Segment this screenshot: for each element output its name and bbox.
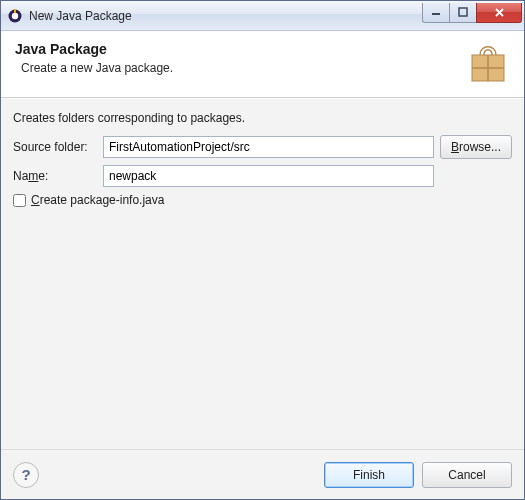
create-package-info-label[interactable]: Create package-info.java (31, 193, 164, 207)
name-label-pre: Na (13, 169, 28, 183)
name-label-post: e: (38, 169, 48, 183)
window-title: New Java Package (29, 9, 423, 23)
source-folder-label: Source folder: (13, 140, 103, 154)
browse-rest: rowse... (459, 140, 501, 154)
name-row: Name: (13, 165, 512, 187)
window-controls (423, 3, 522, 23)
banner-title: Java Package (15, 41, 466, 57)
close-button[interactable] (476, 3, 522, 23)
name-label-ul: m (28, 169, 38, 183)
minimize-button[interactable] (422, 3, 450, 23)
banner-text: Java Package Create a new Java package. (15, 41, 466, 75)
svg-rect-4 (459, 8, 467, 16)
app-icon (7, 8, 23, 24)
checkbox-post: reate package-info.java (40, 193, 165, 207)
help-icon: ? (21, 466, 30, 483)
checkbox-ul: C (31, 193, 40, 207)
browse-underline: B (451, 140, 459, 154)
form-area: Creates folders corresponding to package… (1, 98, 524, 449)
svg-rect-2 (14, 9, 16, 13)
dialog-window: New Java Package Java Package Create a n… (0, 0, 525, 500)
name-input[interactable] (103, 165, 434, 187)
banner-description: Create a new Java package. (21, 61, 466, 75)
cancel-button[interactable]: Cancel (422, 462, 512, 488)
source-folder-input[interactable] (103, 136, 434, 158)
browse-button[interactable]: Browse... (440, 135, 512, 159)
form-intro: Creates folders corresponding to package… (13, 111, 512, 125)
create-package-info-checkbox[interactable] (13, 194, 26, 207)
name-label: Name: (13, 169, 103, 183)
source-folder-row: Source folder: Browse... (13, 135, 512, 159)
package-icon (466, 41, 510, 85)
help-button[interactable]: ? (13, 462, 39, 488)
svg-point-1 (12, 12, 18, 18)
create-package-info-row: Create package-info.java (13, 193, 512, 207)
maximize-button[interactable] (449, 3, 477, 23)
titlebar[interactable]: New Java Package (1, 1, 524, 31)
banner: Java Package Create a new Java package. (1, 31, 524, 98)
finish-button[interactable]: Finish (324, 462, 414, 488)
button-bar: ? Finish Cancel (1, 449, 524, 499)
